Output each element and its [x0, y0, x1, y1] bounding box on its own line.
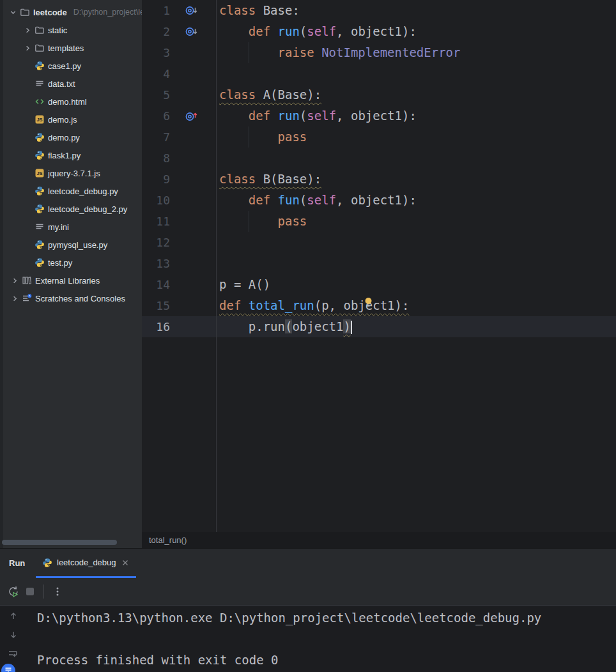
code-line-14[interactable]: 14p = A() — [142, 274, 616, 295]
tree-item-my-ini[interactable]: my.ini — [0, 218, 142, 236]
code-line-8[interactable]: 8 — [142, 148, 616, 169]
pycharm-window: leetcode D:\python_project\leetcode stat… — [0, 0, 616, 672]
intention-bulb-icon[interactable] — [364, 297, 373, 310]
horizontal-scrollbar[interactable] — [2, 540, 117, 545]
code-text[interactable]: pass — [216, 126, 307, 148]
code-line-1[interactable]: 1class Base: — [142, 0, 616, 21]
chevron-right-icon[interactable] — [11, 277, 19, 285]
token: , object1): — [336, 24, 417, 38]
code-line-11[interactable]: 11 pass — [142, 211, 616, 232]
breadcrumb-bar: total_run() — [142, 532, 616, 548]
soft-wrap-icon[interactable] — [6, 649, 20, 659]
token: ( — [285, 319, 292, 333]
line-number: 1 — [142, 0, 170, 21]
code-line-7[interactable]: 7 pass — [142, 126, 616, 148]
js-icon: JS — [35, 114, 45, 125]
code-line-12[interactable]: 12 — [142, 232, 616, 253]
line-number: 5 — [142, 84, 170, 105]
tree-item-leetcode-debug-py[interactable]: leetcode_debug.py — [0, 182, 142, 200]
token: B(Base): — [263, 172, 322, 186]
next-occurrence-icon[interactable] — [6, 630, 20, 640]
code-line-16[interactable]: 16 p.run(object1) — [142, 316, 616, 337]
close-icon[interactable] — [121, 558, 130, 567]
tree-item-label: templates — [48, 43, 84, 53]
tree-item-pymysql-use-py[interactable]: pymysql_use.py — [0, 236, 142, 254]
code-text[interactable]: def fun(self, object1): — [216, 190, 417, 211]
breadcrumb-item[interactable]: total_run() — [149, 535, 187, 545]
tree-item-demo-html[interactable]: demo.html — [0, 93, 142, 111]
code-text[interactable]: raise NotImplementedError — [216, 42, 461, 63]
code-line-5[interactable]: 5class A(Base): — [142, 84, 616, 105]
code-text[interactable]: p = A() — [216, 274, 270, 295]
token: run — [278, 109, 300, 123]
gutter — [170, 316, 216, 337]
code-text[interactable]: def total_run(p, object1): — [216, 295, 409, 316]
tree-item-scratches-and-consoles[interactable]: Scratches and Consoles — [0, 289, 142, 307]
run-tab-leetcode-debug[interactable]: leetcode_debug — [36, 549, 136, 578]
tree-item-templates[interactable]: templates — [0, 39, 142, 57]
textfile-icon — [35, 79, 45, 89]
code-editor[interactable]: 1class Base:2 def run(self, object1):3 r… — [142, 0, 616, 548]
folder-icon — [35, 25, 45, 35]
gutter — [170, 148, 216, 169]
chevron-down-icon[interactable] — [9, 8, 17, 17]
code-line-13[interactable]: 13 — [142, 253, 616, 274]
tree-item-demo-js[interactable]: JSdemo.js — [0, 111, 142, 128]
python-icon — [35, 186, 45, 196]
code-line-6[interactable]: 6 def run(self, object1): — [142, 105, 616, 126]
folder-icon — [20, 7, 30, 17]
run-console[interactable]: D:\python3.13\python.exe D:\python_proje… — [0, 606, 616, 672]
stop-button[interactable] — [22, 583, 38, 600]
code-text[interactable]: def run(self, object1): — [216, 105, 417, 126]
prev-occurrence-icon[interactable] — [6, 611, 20, 621]
code-line-4[interactable]: 4 — [142, 63, 616, 84]
tree-item-label: flask1.py — [48, 151, 81, 160]
token: ( — [300, 193, 307, 207]
code-area[interactable]: 1class Base:2 def run(self, object1):3 r… — [142, 0, 616, 532]
indent-guide — [249, 211, 249, 232]
project-root-name: leetcode — [33, 8, 67, 17]
code-text[interactable]: class A(Base): — [216, 84, 321, 105]
tree-item-label: External Libraries — [35, 276, 100, 286]
token: Base: — [263, 3, 300, 17]
js-icon: JS — [35, 168, 45, 178]
tree-item-flask1-py[interactable]: flask1.py — [0, 146, 142, 164]
code-text[interactable]: class B(Base): — [216, 169, 321, 190]
line-number: 7 — [142, 126, 170, 148]
tree-item-data-txt[interactable]: data.txt — [0, 75, 142, 93]
tree-item-static[interactable]: static — [0, 21, 142, 39]
scroll-to-end-icon[interactable] — [1, 664, 15, 672]
tree-item-label: leetcode_debug_2.py — [48, 204, 127, 214]
token: p.run — [219, 319, 285, 333]
tree-item-label: demo.js — [48, 115, 77, 125]
rerun-button[interactable] — [5, 583, 22, 600]
chevron-right-icon[interactable] — [24, 26, 32, 34]
code-line-9[interactable]: 9class B(Base): — [142, 169, 616, 190]
gutter — [170, 21, 216, 42]
tree-item-demo-py[interactable]: demo.py — [0, 128, 142, 146]
tree-root-leetcode[interactable]: leetcode D:\python_project\leetcode — [0, 3, 142, 21]
code-line-15[interactable]: 15def total_run(p, object1): — [142, 295, 616, 316]
tree-item-test-py[interactable]: test.py — [0, 254, 142, 271]
token: self — [307, 109, 336, 123]
line-number: 15 — [142, 295, 170, 316]
token: def — [249, 24, 278, 38]
tree-item-case1-py[interactable]: case1.py — [0, 57, 142, 75]
indent-guide — [249, 42, 249, 63]
code-text[interactable]: class Base: — [216, 0, 300, 21]
token — [219, 109, 249, 123]
tree-item-jquery-3-7-1-js[interactable]: JSjquery-3.7.1.js — [0, 164, 142, 182]
code-line-10[interactable]: 10 def fun(self, object1): — [142, 190, 616, 211]
code-text[interactable]: def run(self, object1): — [216, 21, 417, 42]
tree-item-external-libraries[interactable]: External Libraries — [0, 271, 142, 289]
more-options-button[interactable] — [49, 583, 66, 600]
code-text[interactable]: pass — [216, 211, 307, 232]
chevron-right-icon[interactable] — [11, 294, 19, 303]
code-line-3[interactable]: 3 raise NotImplementedError — [142, 42, 616, 63]
code-line-2[interactable]: 2 def run(self, object1): — [142, 21, 616, 42]
tree-item-leetcode-debug-2-py[interactable]: leetcode_debug_2.py — [0, 200, 142, 218]
chevron-right-icon[interactable] — [24, 44, 32, 52]
toolbar-separator — [43, 584, 44, 599]
gutter — [170, 84, 216, 105]
code-text[interactable]: p.run(object1) — [216, 316, 352, 337]
